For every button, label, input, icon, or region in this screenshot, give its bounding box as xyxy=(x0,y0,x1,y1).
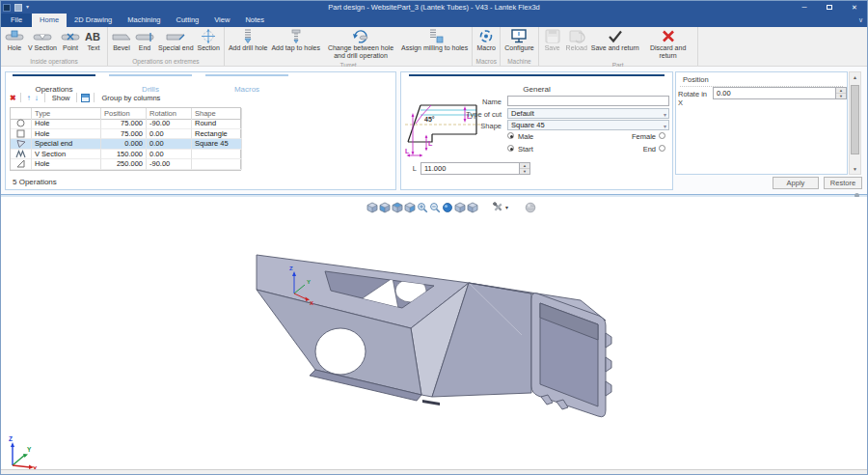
add-tap-to-holes-button[interactable]: Add tap to holes xyxy=(269,28,322,53)
save-and-return-button[interactable]: Save and return xyxy=(589,28,641,53)
special-end-button[interactable]: Special end xyxy=(156,28,196,53)
text-button[interactable]: ABText xyxy=(82,28,105,53)
change-between-hole-and-drill-operation-button[interactable]: Change between hole and drill operation xyxy=(322,28,399,61)
group-by-columns-button[interactable]: Group by columns xyxy=(98,94,163,102)
female-radio[interactable] xyxy=(659,132,665,139)
apply-button[interactable]: Apply xyxy=(773,177,819,189)
scroll-down-icon[interactable]: ▼ xyxy=(850,166,860,172)
type-of-cut-select[interactable]: Default▾ xyxy=(507,108,669,119)
button-label: Add tap to holes xyxy=(271,44,320,52)
menu-tab-notes[interactable]: Notes xyxy=(237,14,272,27)
ribbon-group-operations-on-extremes: BevelEndSpecial endSectionOperations on … xyxy=(108,27,225,66)
bevel-button[interactable]: Bevel xyxy=(110,28,133,53)
shape-select[interactable]: Square 45▾ xyxy=(507,120,669,130)
column-options-icon[interactable] xyxy=(81,94,90,102)
operations-panel: OperationsDrillsMacros ✖ ↑ ↓ Show Group … xyxy=(5,71,396,190)
move-down-button[interactable]: ↓ xyxy=(35,94,39,102)
add-drill-hole-button[interactable]: Add drill hole xyxy=(227,28,269,53)
cell-rotation: 0.00 xyxy=(147,139,192,150)
button-label: Special end xyxy=(158,44,194,52)
cell-type: Hole xyxy=(32,159,101,170)
end-icon xyxy=(135,29,154,43)
menu-tab-machining[interactable]: Machining xyxy=(120,14,168,27)
cell-position: 75.000 xyxy=(101,129,147,140)
ribbon-group-machine: ConfigureMachine xyxy=(501,27,538,66)
button-label: Hole xyxy=(8,44,21,52)
restore-button[interactable]: Restore xyxy=(824,177,862,189)
button-label: Change between hole and drill operation xyxy=(324,44,397,60)
ribbon-group-name: Operations on extremes xyxy=(110,57,222,66)
panel-scrollbar[interactable]: ▲ ▼ xyxy=(849,71,861,175)
operations-toolbar: ✖ ↑ ↓ Show Group by columns xyxy=(10,91,163,104)
addtap-icon xyxy=(286,29,306,43)
discard-and-return-button[interactable]: Discard and return xyxy=(641,28,695,61)
table-row[interactable]: Special end0.0000.00Square 45 xyxy=(11,139,240,150)
menu-tab-2d-drawing[interactable]: 2D Drawing xyxy=(67,14,120,27)
end-radio[interactable] xyxy=(659,145,665,152)
l-input[interactable] xyxy=(420,162,520,175)
button-label: Save xyxy=(545,44,560,52)
rotate-in-x-spinner[interactable]: ▲▼ xyxy=(836,87,847,99)
svg-text:Z: Z xyxy=(9,435,13,442)
svg-text:Z: Z xyxy=(289,265,293,271)
point-icon xyxy=(61,29,80,43)
menu-tab-cutting[interactable]: Cutting xyxy=(168,14,206,27)
changehole-icon xyxy=(351,29,370,43)
male-radio[interactable] xyxy=(507,132,514,139)
savereturn-icon xyxy=(606,29,625,43)
reload-button: Reload xyxy=(564,28,589,53)
menu-tab-view[interactable]: View xyxy=(206,14,237,27)
table-row[interactable]: Hole75.000-90.00Round xyxy=(11,119,240,129)
l-spinner[interactable]: ▲▼ xyxy=(520,162,530,175)
menu-tab-file[interactable]: File xyxy=(1,14,32,27)
table-header-row: TypePositionRotationShape xyxy=(11,108,240,119)
section-button[interactable]: Section xyxy=(196,28,222,53)
button-label: V Section xyxy=(28,44,57,52)
end-button[interactable]: End xyxy=(133,28,156,53)
shape-diagram: L L L 45° xyxy=(405,99,482,163)
name-input[interactable] xyxy=(507,96,669,106)
scrollbar-thumb[interactable] xyxy=(851,85,859,154)
button-label: Point xyxy=(63,44,78,52)
table-row[interactable]: V Section150.0000.00 xyxy=(11,150,240,160)
tab-general[interactable]: General xyxy=(401,74,672,90)
table-row[interactable]: Hole75.0000.00Rectangle xyxy=(11,129,240,140)
maximize-button[interactable] xyxy=(817,1,842,14)
adddrill-icon xyxy=(238,29,258,43)
start-radio[interactable] xyxy=(507,145,514,152)
minimize-button[interactable]: ─ xyxy=(792,1,817,14)
svg-text:Y: Y xyxy=(307,279,311,285)
rotate-in-x-input[interactable] xyxy=(713,87,836,99)
hole-button[interactable]: Hole xyxy=(3,28,26,53)
ribbon-collapse-icon[interactable]: ∨ xyxy=(858,14,863,27)
menu-tab-home[interactable]: Home xyxy=(32,14,67,27)
svg-text:L: L xyxy=(405,148,410,154)
configure-button[interactable]: Configure xyxy=(502,28,535,53)
ribbon-group-inside-operations: HoleV SectionPointABTextInside operation… xyxy=(1,27,108,66)
button-label: Text xyxy=(88,44,100,52)
close-button[interactable]: ✕ xyxy=(842,1,867,14)
svg-text:L: L xyxy=(428,140,433,147)
button-label: Assign milling to holes xyxy=(401,44,468,52)
tab-operations[interactable]: Operations xyxy=(6,72,102,89)
cell-position: 75.000 xyxy=(101,119,147,129)
move-up-button[interactable]: ↑ xyxy=(27,94,31,102)
position-panel: Position Rotate in X ▲▼ xyxy=(675,71,848,175)
tab-drills[interactable]: Drills xyxy=(102,72,199,89)
point-button[interactable]: Point xyxy=(59,28,82,53)
scroll-up-icon[interactable]: ▲ xyxy=(850,74,860,80)
button-label: Add drill hole xyxy=(229,44,267,52)
v-section-button[interactable]: V Section xyxy=(26,28,59,53)
delete-operation-button[interactable]: ✖ xyxy=(10,94,16,102)
macro-button[interactable]: Macro xyxy=(475,28,498,53)
assign-milling-to-holes-button[interactable]: Assign milling to holes xyxy=(399,28,470,53)
cell-position: 150.000 xyxy=(101,150,147,160)
vsection-icon xyxy=(33,29,52,43)
assignmilling-icon xyxy=(425,29,445,43)
viewport-3d[interactable]: ▾ xyxy=(1,197,867,469)
window-title: Part design - WebsitePart_3 (Lantek Tube… xyxy=(1,1,867,14)
tab-macros[interactable]: Macros xyxy=(199,72,295,89)
table-row[interactable]: Hole250.000-90.00 xyxy=(11,159,240,170)
show-button[interactable]: Show xyxy=(49,94,73,102)
cell-position: 250.000 xyxy=(101,159,147,170)
